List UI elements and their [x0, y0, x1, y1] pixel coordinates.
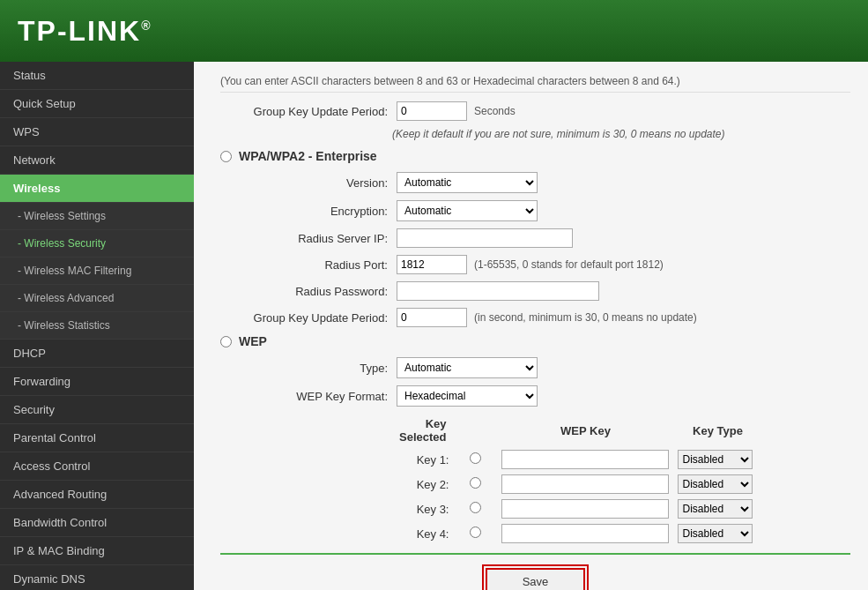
main-layout: Status Quick Setup WPS Network Wireless … — [0, 62, 868, 590]
group-key-period2-input[interactable] — [397, 308, 467, 327]
sidebar-item-dhcp[interactable]: DHCP — [0, 340, 194, 368]
sidebar-item-status[interactable]: Status — [0, 62, 194, 90]
radius-port-input[interactable] — [397, 255, 467, 274]
encryption-row: Encryption: Automatic TKIP AES — [220, 200, 850, 221]
group-key-period2-label: Group Key Update Period: — [220, 311, 397, 325]
type-select[interactable]: Automatic Open System Shared Key — [397, 357, 538, 378]
radius-ip-row: Radius Server IP: — [220, 228, 850, 248]
radius-port-label: Radius Port: — [220, 258, 397, 272]
key2-row: Key 2: Disabled 64bit 128bit 152bit — [392, 472, 761, 497]
key1-row: Key 1: Disabled 64bit 128bit 152bit — [392, 447, 761, 472]
key3-label: Key 3: — [392, 497, 453, 521]
sidebar-item-quick-setup[interactable]: Quick Setup — [0, 90, 194, 118]
sidebar-item-forwarding[interactable]: Forwarding — [0, 368, 194, 396]
type-row: Type: Automatic Open System Shared Key — [220, 357, 850, 378]
sidebar-item-wireless-mac-filtering[interactable]: - Wireless MAC Filtering — [0, 258, 194, 285]
key-selected-radio-col-header — [453, 414, 497, 447]
sidebar-item-network[interactable]: Network — [0, 146, 194, 175]
content-area: (You can enter ASCII characters between … — [194, 62, 868, 590]
radius-port-row: Radius Port: (1-65535, 0 stands for defa… — [220, 255, 850, 274]
sidebar-item-wps[interactable]: WPS — [0, 118, 194, 146]
key1-label: Key 1: — [392, 447, 453, 472]
key2-input[interactable] — [501, 474, 669, 494]
save-button[interactable]: Save — [486, 568, 586, 590]
radius-ip-input[interactable] — [397, 228, 573, 248]
wep-radio[interactable] — [220, 336, 232, 347]
version-select[interactable]: Automatic WPA WPA2 — [397, 172, 538, 193]
info-text: (You can enter ASCII characters between … — [220, 71, 850, 93]
sidebar-item-access-control[interactable]: Access Control — [0, 452, 194, 481]
version-row: Version: Automatic WPA WPA2 — [220, 172, 850, 193]
key1-type-select[interactable]: Disabled 64bit 128bit 152bit — [678, 450, 753, 469]
group-key-period-row: Group Key Update Period: Seconds — [220, 101, 850, 121]
key4-input[interactable] — [501, 524, 669, 543]
version-label: Version: — [220, 176, 397, 190]
radius-password-row: Radius Password: — [220, 281, 850, 301]
group-key-period-input[interactable] — [397, 101, 467, 121]
encryption-select[interactable]: Automatic TKIP AES — [397, 200, 538, 221]
sidebar-item-wireless-advanced[interactable]: - Wireless Advanced — [0, 285, 194, 312]
logo: TP-LINK® — [18, 15, 152, 48]
wep-key-format-select[interactable]: Hexadecimal ASCII — [397, 385, 538, 407]
key-type-col-header: Key Type — [673, 414, 761, 447]
key3-input[interactable] — [501, 499, 669, 519]
wep-key-format-label: WEP Key Format: — [220, 390, 397, 403]
encryption-label: Encryption: — [220, 205, 397, 218]
key3-radio[interactable] — [470, 502, 481, 513]
type-label: Type: — [220, 362, 397, 375]
radius-ip-label: Radius Server IP: — [220, 232, 397, 245]
key2-type-select[interactable]: Disabled 64bit 128bit 152bit — [678, 474, 753, 494]
key1-radio[interactable] — [470, 452, 481, 464]
radius-password-input[interactable] — [397, 281, 599, 301]
sidebar-item-advanced-routing[interactable]: Advanced Routing — [0, 481, 194, 509]
key4-radio[interactable] — [470, 527, 481, 538]
key4-type-select[interactable]: Disabled 64bit 128bit 152bit — [678, 524, 753, 543]
key4-label: Key 4: — [392, 521, 453, 546]
group-key-note2: (in second, minimum is 30, 0 means no up… — [474, 311, 697, 324]
sidebar-item-ip-mac-binding[interactable]: IP & MAC Binding — [0, 537, 194, 565]
sidebar-item-wireless-security[interactable]: - Wireless Security — [0, 230, 194, 258]
key-selected-col-header: Key Selected — [392, 414, 453, 447]
save-area: Save — [220, 553, 850, 590]
sidebar-item-bandwidth-control[interactable]: Bandwidth Control — [0, 509, 194, 537]
wpa-enterprise-section-header: WPA/WPA2 - Enterprise — [220, 149, 850, 163]
key3-row: Key 3: Disabled 64bit 128bit 152bit — [392, 497, 761, 521]
group-key-note: (Keep it default if you are not sure, mi… — [392, 128, 850, 140]
header: TP-LINK® — [0, 0, 868, 62]
wep-section-header: WEP — [220, 334, 850, 348]
key2-label: Key 2: — [392, 472, 453, 497]
wep-key-col-header: WEP Key — [497, 414, 673, 447]
group-key-period-label: Group Key Update Period: — [220, 105, 397, 118]
key2-radio[interactable] — [470, 477, 481, 489]
radius-password-label: Radius Password: — [220, 285, 397, 298]
sidebar-item-parental-control[interactable]: Parental Control — [0, 424, 194, 452]
sidebar: Status Quick Setup WPS Network Wireless … — [0, 62, 194, 590]
key3-type-select[interactable]: Disabled 64bit 128bit 152bit — [678, 499, 753, 519]
wep-title: WEP — [239, 334, 267, 348]
sidebar-item-dynamic-dns[interactable]: Dynamic DNS — [0, 565, 194, 590]
key1-input[interactable] — [501, 450, 669, 469]
group-key-period2-row: Group Key Update Period: (in second, min… — [220, 308, 850, 327]
radius-port-hint: (1-65535, 0 stands for default port 1812… — [474, 258, 664, 271]
wep-keys-table: Key Selected WEP Key Key Type Key 1: Dis… — [392, 414, 850, 546]
sidebar-item-wireless[interactable]: Wireless — [0, 175, 194, 203]
sidebar-item-wireless-settings[interactable]: - Wireless Settings — [0, 203, 194, 230]
wpa-enterprise-radio[interactable] — [220, 151, 232, 162]
sidebar-item-security[interactable]: Security — [0, 396, 194, 424]
key4-row: Key 4: Disabled 64bit 128bit 152bit — [392, 521, 761, 546]
sidebar-item-wireless-statistics[interactable]: - Wireless Statistics — [0, 312, 194, 340]
wpa-enterprise-title: WPA/WPA2 - Enterprise — [239, 149, 377, 163]
wep-key-format-row: WEP Key Format: Hexadecimal ASCII — [220, 385, 850, 407]
group-key-period-unit: Seconds — [474, 105, 516, 117]
